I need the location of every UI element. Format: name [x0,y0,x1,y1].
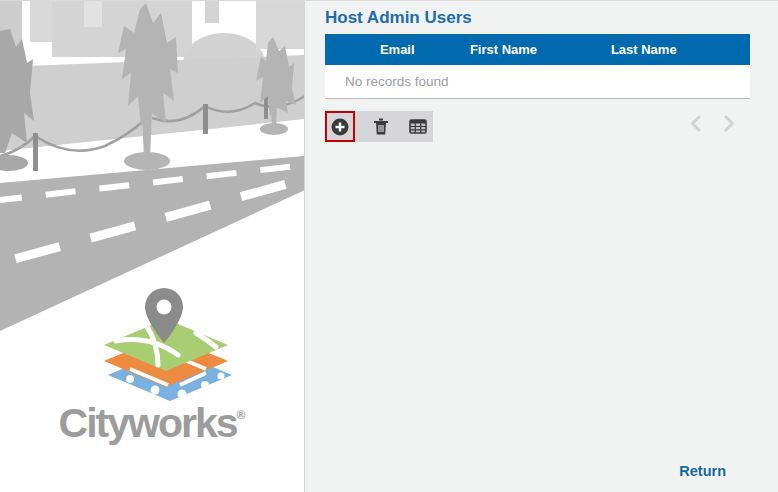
page-title: Host Admin Users [325,8,472,28]
brand-panel: Cityworks® [0,1,305,492]
column-header-first-name: First Name [470,42,538,57]
users-table: Email First Name Last Name No records fo… [325,34,750,99]
column-header-last-name: Last Name [538,42,751,57]
chevron-right-icon [723,115,735,132]
trash-icon [373,118,389,136]
users-table-header: Email First Name Last Name [325,34,750,65]
users-toolbar [325,111,433,142]
cityworks-wordmark: Cityworks® [0,400,304,447]
add-user-button[interactable] [325,111,355,142]
registered-mark: ® [237,408,246,422]
chevron-left-icon [690,115,702,132]
add-plus-circle-icon [330,117,350,137]
cityworks-admin-page: Cityworks® Host Admin Users Email First … [0,0,778,492]
delete-user-button[interactable] [366,111,396,142]
pagination [688,113,737,134]
return-link[interactable]: Return [679,463,726,479]
host-admin-users-panel: Host Admin Users Email First Name Last N… [305,1,778,492]
next-page-button[interactable] [721,113,737,134]
column-header-email: Email [325,42,470,57]
no-records-message: No records found [345,74,449,89]
empty-state-row: No records found [325,65,750,98]
table-grid-icon [409,119,427,134]
previous-page-button[interactable] [688,113,704,134]
grid-view-button[interactable] [403,111,433,142]
cityworks-logo [104,288,232,401]
brand-name: Cityworks [59,400,237,446]
